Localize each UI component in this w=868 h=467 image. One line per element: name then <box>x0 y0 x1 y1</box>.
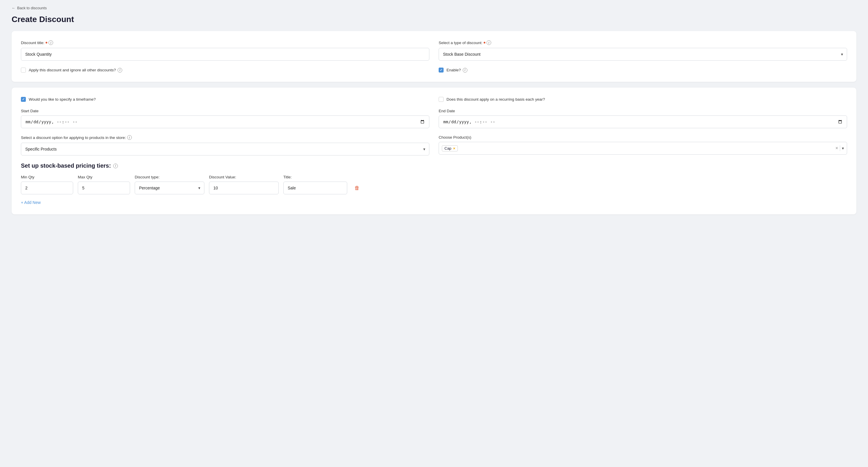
pricing-tiers-title: Set up stock-based pricing tiers: i <box>21 162 847 169</box>
discount-type-select-wrapper: Stock Base Discount ▾ <box>439 48 847 61</box>
add-new-label: + Add New <box>21 200 41 205</box>
recurring-label: Does this discount apply on a recurring … <box>446 97 545 102</box>
discount-type-group: Select a type of discount: i Stock Base … <box>439 40 847 61</box>
apply-ignore-info-icon[interactable]: i <box>118 68 122 72</box>
timeframe-row: Would you like to specify a timeframe? <box>21 97 429 102</box>
pricing-tiers-section: Set up stock-based pricing tiers: i Min … <box>21 162 847 205</box>
product-tag-cap: Cap × <box>442 145 458 152</box>
discount-type-info-icon[interactable]: i <box>487 40 491 45</box>
recurring-group: Does this discount apply on a recurring … <box>439 97 847 102</box>
basic-info-card: Discount title: i Select a type of disco… <box>11 31 857 82</box>
title-col-label: Title: <box>283 175 347 179</box>
pricing-tier-row: Percentage Fixed ▾ 🗑 <box>21 181 847 194</box>
delete-tier-button[interactable]: 🗑 <box>352 181 362 194</box>
end-date-label: End Date <box>439 109 847 113</box>
discount-type-select[interactable]: Stock Base Discount <box>439 48 847 61</box>
min-qty-col-label: Min Qty <box>21 175 73 179</box>
discount-type-col-label: Discount type: <box>135 175 205 179</box>
tags-clear-icon[interactable]: × <box>835 145 839 152</box>
apply-ignore-label: Apply this discount and ignore all other… <box>29 68 122 72</box>
max-qty-input[interactable] <box>78 181 130 194</box>
delete-icon: 🗑 <box>354 185 360 191</box>
tags-divider <box>840 145 840 151</box>
pricing-grid-headers: Min Qty Max Qty Discount type: Discount … <box>21 175 847 181</box>
tags-chevron-icon[interactable]: ▾ <box>841 145 844 151</box>
discount-value-input[interactable] <box>209 181 279 194</box>
timeframe-label: Would you like to specify a timeframe? <box>29 97 96 102</box>
product-tag-cap-label: Cap <box>444 146 452 151</box>
min-qty-input[interactable] <box>21 181 73 194</box>
timeframe-products-card: Would you like to specify a timeframe? D… <box>11 88 857 214</box>
discount-type-label: Select a type of discount: i <box>439 40 847 45</box>
start-date-label: Start Date <box>21 109 429 113</box>
back-to-discounts-link[interactable]: ← Back to discounts <box>11 6 857 10</box>
end-date-input[interactable] <box>439 115 847 128</box>
choose-products-input[interactable]: Cap × × ▾ <box>439 142 847 155</box>
recurring-checkbox[interactable] <box>439 97 443 102</box>
discount-title-input[interactable] <box>21 48 429 61</box>
tier-discount-type-select[interactable]: Percentage Fixed <box>135 181 205 194</box>
recurring-row: Does this discount apply on a recurring … <box>439 97 847 102</box>
required-dot <box>45 42 47 43</box>
product-option-select[interactable]: Specific Products <box>21 143 429 156</box>
tier-title-input[interactable] <box>283 181 347 194</box>
end-date-group: End Date <box>439 109 847 128</box>
discount-value-col-label: Discount Value: <box>209 175 279 179</box>
apply-ignore-checkbox[interactable] <box>21 68 26 72</box>
choose-products-group: Choose Product(s) Cap × × ▾ <box>439 135 847 156</box>
discount-title-info-icon[interactable]: i <box>49 40 53 45</box>
apply-ignore-group: Apply this discount and ignore all other… <box>21 68 429 72</box>
timeframe-group: Would you like to specify a timeframe? <box>21 97 429 102</box>
tier-discount-type-wrapper: Percentage Fixed ▾ <box>135 181 205 194</box>
discount-title-group: Discount title: i <box>21 40 429 61</box>
product-option-info-icon[interactable]: i <box>127 135 132 140</box>
product-option-group: Select a discount option for applying to… <box>21 135 429 156</box>
product-option-select-wrapper: Specific Products ▾ <box>21 143 429 156</box>
enable-row: Enable? i <box>439 68 847 72</box>
product-tag-cap-remove[interactable]: × <box>453 146 456 151</box>
back-arrow-icon: ← <box>11 6 16 10</box>
discount-title-label: Discount title: i <box>21 40 429 45</box>
product-option-label: Select a discount option for applying to… <box>21 135 429 140</box>
page-title: Create Discount <box>11 15 857 24</box>
enable-label: Enable? i <box>446 68 467 72</box>
enable-checkbox[interactable] <box>439 68 443 72</box>
enable-group: Enable? i <box>439 68 847 72</box>
apply-ignore-row: Apply this discount and ignore all other… <box>21 68 429 72</box>
pricing-tiers-info-icon[interactable]: i <box>113 164 118 168</box>
timeframe-checkbox[interactable] <box>21 97 26 102</box>
start-date-input[interactable] <box>21 115 429 128</box>
enable-info-icon[interactable]: i <box>463 68 467 72</box>
start-date-group: Start Date <box>21 109 429 128</box>
tags-actions: × ▾ <box>835 145 844 152</box>
max-qty-col-label: Max Qty <box>78 175 130 179</box>
required-dot-type <box>484 42 485 43</box>
choose-products-label: Choose Product(s) <box>439 135 847 139</box>
add-new-tier-button[interactable]: + Add New <box>21 200 41 205</box>
back-link-label: Back to discounts <box>17 6 47 10</box>
